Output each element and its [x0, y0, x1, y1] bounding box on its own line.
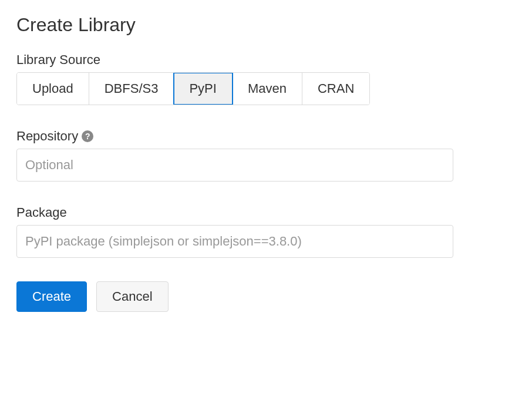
repository-input[interactable] — [16, 149, 453, 182]
help-icon[interactable]: ? — [82, 130, 93, 142]
tab-pypi[interactable]: PyPI — [174, 73, 232, 105]
repository-label: Repository ? — [16, 129, 516, 144]
page-title: Create Library — [16, 14, 516, 36]
cancel-button[interactable]: Cancel — [96, 281, 168, 312]
package-label: Package — [16, 205, 516, 220]
library-source-tabs: Upload DBFS/S3 PyPI Maven CRAN — [16, 72, 370, 105]
package-input[interactable] — [16, 225, 453, 258]
library-source-group: Library Source Upload DBFS/S3 PyPI Maven… — [16, 52, 516, 105]
repository-group: Repository ? — [16, 129, 516, 182]
tab-cran[interactable]: CRAN — [302, 73, 369, 105]
repository-label-text: Repository — [16, 129, 78, 144]
button-row: Create Cancel — [16, 281, 516, 312]
tab-dbfs-s3[interactable]: DBFS/S3 — [89, 73, 174, 105]
tab-maven[interactable]: Maven — [233, 73, 302, 105]
create-button[interactable]: Create — [16, 281, 87, 312]
library-source-label: Library Source — [16, 52, 516, 68]
package-group: Package — [16, 205, 516, 258]
tab-upload[interactable]: Upload — [17, 73, 89, 105]
